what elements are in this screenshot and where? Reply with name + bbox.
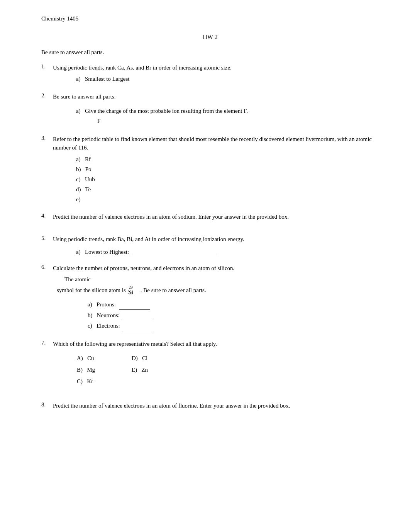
q5-content: Using periodic trends, rank Ba, Bi, and … <box>53 235 379 256</box>
q2-text: Be sure to answer all parts. <box>53 93 115 100</box>
q1-sublist: a) Smallest to Largest <box>76 75 379 83</box>
q6-atomic: The atomic <box>64 275 379 284</box>
question-5: 5. Using periodic trends, rank Ba, Bi, a… <box>41 235 379 256</box>
q6-neutrons-line <box>123 320 154 320</box>
q4-content: Predict the number of valence electrons … <box>53 212 379 221</box>
q2-a-answer: F <box>97 117 379 126</box>
q6-electrons-line <box>123 331 154 331</box>
q7-row-2: B) Mg E) Zn <box>77 364 186 375</box>
q1-content: Using periodic trends, rank Ca, As, and … <box>53 63 379 83</box>
q8-content: Predict the number of valence electrons … <box>53 401 379 410</box>
q1-number: 1. <box>41 63 53 70</box>
q4-number: 4. <box>41 212 53 219</box>
page-container: Chemistry 1405 HW 2 Be sure to answer al… <box>41 15 379 410</box>
q6-subparts: a) Protons: b) Neutrons: c) Electrons: <box>88 300 379 331</box>
q8-text: Predict the number of valence electrons … <box>53 403 290 409</box>
q7-row-1: A) Cu D) Cl <box>77 353 186 364</box>
q3-options: a) Rf b) Po c) Uub d) Te e) <box>76 155 379 204</box>
q6-number: 6. <box>41 264 53 270</box>
q5-number: 5. <box>41 235 53 241</box>
q5-a: a) Lowest to Highest: <box>76 248 379 257</box>
q3-c: c) Uub <box>76 175 379 184</box>
q3-number: 3. <box>41 135 53 141</box>
q3-b: b) Po <box>76 165 379 174</box>
question-3: 3. Refer to the periodic table to find k… <box>41 135 379 205</box>
q7-d: D) Cl <box>132 353 186 364</box>
q2-sublist: a) Give the charge of the most probable … <box>76 107 379 126</box>
q7-number: 7. <box>41 340 53 346</box>
q6-content: Calculate the number of protons, neutron… <box>53 264 379 332</box>
question-7: 7. Which of the following are representa… <box>41 340 379 388</box>
q2-a: a) Give the charge of the most probable … <box>76 107 379 116</box>
q3-d: d) Te <box>76 185 379 194</box>
q3-a: a) Rf <box>76 155 379 164</box>
q7-e: E) Zn <box>132 364 186 375</box>
course-title: Chemistry 1405 <box>41 15 379 22</box>
q5-text: Using periodic trends, rank Ba, Bi, and … <box>53 236 244 242</box>
q6-text: Calculate the number of protons, neutron… <box>53 265 234 271</box>
q2-number: 2. <box>41 92 53 99</box>
silicon-symbol: 29 Si 14 <box>128 284 138 296</box>
q3-e: e) <box>76 195 379 204</box>
q5-sublist: a) Lowest to Highest: <box>76 248 379 257</box>
q7-a: A) Cu <box>77 353 131 364</box>
q7-options-table: A) Cu D) Cl B) Mg E) Zn C) Kr <box>76 352 186 388</box>
q5-answer-line <box>132 256 217 256</box>
hw-title: HW 2 <box>41 34 379 41</box>
q7-b: B) Mg <box>77 364 131 375</box>
q4-text: Predict the number of valence electrons … <box>53 214 289 220</box>
q6-protons-line <box>119 309 150 310</box>
q1-text: Using periodic trends, rank Ca, As, and … <box>53 65 232 71</box>
silicon-sub: 14 <box>129 290 133 296</box>
q7-row-3: C) Kr <box>77 376 186 387</box>
question-6: 6. Calculate the number of protons, neut… <box>41 264 379 332</box>
question-1: 1. Using periodic trends, rank Ca, As, a… <box>41 63 379 83</box>
instructions: Be sure to answer all parts. <box>41 49 379 56</box>
q7-text: Which of the following are representativ… <box>53 341 217 347</box>
q7-content: Which of the following are representativ… <box>53 340 379 388</box>
question-8: 8. Predict the number of valence electro… <box>41 401 379 410</box>
q6-symbol-line: symbol for the silicon atom is 29 Si 14 … <box>57 284 379 296</box>
q7-c: C) Kr <box>77 376 131 387</box>
q8-number: 8. <box>41 401 53 408</box>
q3-text: Refer to the periodic table to find know… <box>53 136 372 151</box>
question-2: 2. Be sure to answer all parts. a) Give … <box>41 92 379 126</box>
q6-neutrons-item: b) Neutrons: <box>88 311 379 321</box>
q6-protons-item: a) Protons: <box>88 300 379 310</box>
q2-content: Be sure to answer all parts. a) Give the… <box>53 92 379 126</box>
q6-electrons-item: c) Electrons: <box>88 321 379 331</box>
q3-content: Refer to the periodic table to find know… <box>53 135 379 205</box>
q1-a: a) Smallest to Largest <box>76 75 379 83</box>
q7-options: A) Cu D) Cl B) Mg E) Zn C) Kr <box>76 352 269 388</box>
question-4: 4. Predict the number of valence electro… <box>41 212 379 221</box>
